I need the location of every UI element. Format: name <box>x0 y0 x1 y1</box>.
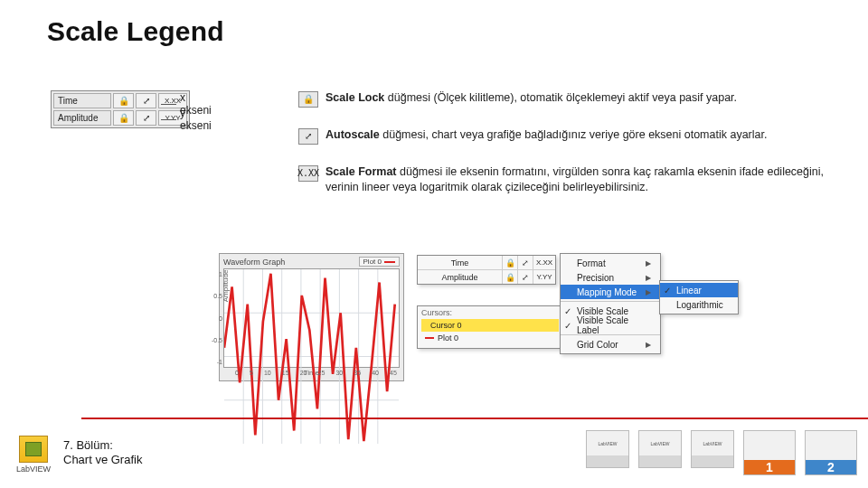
course-card-footer <box>639 455 681 467</box>
lock-icon[interactable]: 🔒 <box>503 270 518 284</box>
cursors-label: Cursors: <box>421 308 559 317</box>
lock-icon[interactable]: 🔒 <box>113 93 134 108</box>
axis-name: Amplitude <box>418 270 503 284</box>
plot-area[interactable]: Amplitude 10.50-0.5-1 051015202530354045 <box>223 268 400 368</box>
course-card-label: LabVIEW <box>692 431 733 455</box>
labview-logo: LabVIEW <box>16 436 51 474</box>
chevron-right-icon: ▶ <box>646 288 651 296</box>
cursors-panel: Cursors: Cursor 0 Plot 0 <box>417 305 563 349</box>
plot-color-swatch <box>425 337 434 339</box>
chapter-line: 7. Bölüm: <box>63 438 142 453</box>
axis-pointer-y: y ekseni <box>161 107 214 132</box>
desc-scale-lock: 🔒 Scale Lock düğmesi (Ölçek kilitleme), … <box>298 90 843 108</box>
desc-scale-format: X.XX Scale Format düğmesi ile eksenin fo… <box>298 164 843 195</box>
desc-bold: Autoscale <box>326 128 380 141</box>
desc-text: Autoscale düğmesi, chart veya grafiğe ba… <box>326 127 843 143</box>
format-button[interactable]: X.XX <box>533 256 555 269</box>
submenu-item-linear[interactable]: ✓Linear <box>660 283 738 297</box>
format-icon: X.XX <box>298 165 318 182</box>
waveform-graph: Waveform Graph Plot 0 Amplitude 10.50-0.… <box>219 253 404 381</box>
course-card-label: LabVIEW <box>639 431 681 455</box>
chevron-right-icon: ▶ <box>646 341 651 349</box>
autoscale-icon[interactable]: ⤢ <box>518 270 533 284</box>
plot-legend-label: Plot 0 <box>363 258 382 266</box>
course-card: 1 <box>743 430 796 475</box>
plot-legend[interactable]: Plot 0 <box>359 257 400 267</box>
descriptions: 🔒 Scale Lock düğmesi (Ölçek kilitleme), … <box>298 90 843 215</box>
axis-name: Time <box>418 256 503 269</box>
autoscale-icon[interactable]: ⤢ <box>136 110 156 126</box>
course-card-footer <box>692 455 733 467</box>
submenu-item-logarithmic[interactable]: Logarithmic <box>660 297 738 312</box>
chapter-label: 7. Bölüm: Chart ve Grafik <box>63 438 142 466</box>
table-row: Amplitude 🔒 ⤢ Y.YY <box>418 270 555 284</box>
desc-bold: Scale Lock <box>326 91 384 104</box>
table-row: Time 🔒 ⤢ X.XX <box>418 256 555 270</box>
chevron-right-icon: ▶ <box>646 259 651 267</box>
menu-item-precision[interactable]: Precision▶ <box>561 270 660 285</box>
course-card-top <box>806 431 856 460</box>
cursor-name: Cursor 0 <box>430 321 462 330</box>
lock-icon[interactable]: 🔒 <box>113 110 134 126</box>
plot-color-swatch <box>384 261 395 263</box>
lock-icon[interactable]: 🔒 <box>503 256 518 269</box>
course-card-top <box>744 431 795 460</box>
lock-icon: 🔒 <box>298 91 318 108</box>
desc-autoscale: ⤢ Autoscale düğmesi, chart veya grafiğe … <box>298 127 843 145</box>
autoscale-icon: ⤢ <box>298 128 318 145</box>
desc-bold: Scale Format <box>326 165 397 178</box>
course-card-number: 2 <box>806 460 856 474</box>
desc-rest: düğmesi ile eksenin formatını, virgülden… <box>326 165 824 193</box>
labview-logo-text: LabVIEW <box>16 465 51 474</box>
menu-item-visible-scale-label[interactable]: ✓Visible Scale Label <box>561 318 660 333</box>
cursor-row[interactable]: Plot 0 <box>421 332 559 344</box>
course-card: 2 <box>805 430 857 475</box>
y-ticks: 10.50-0.5-1 <box>212 271 222 365</box>
mapping-mode-submenu: ✓Linear Logarithmic <box>659 280 739 314</box>
labview-logo-icon <box>19 436 48 463</box>
desc-text: Scale Lock düğmesi (Ölçek kilitleme), ot… <box>326 90 843 106</box>
course-card: LabVIEW <box>691 430 734 468</box>
x-ticks: 051015202530354045 <box>235 370 397 376</box>
check-icon: ✓ <box>564 321 571 331</box>
chapter-line: Chart ve Grafik <box>63 453 142 467</box>
scale-legend-sample: Time 🔒 ⤢ X.XX Amplitude 🔒 ⤢ Y.YY x eksen… <box>51 90 190 128</box>
check-icon: ✓ <box>564 306 571 316</box>
check-icon: ✓ <box>664 286 671 296</box>
menu-item-grid-color[interactable]: Grid Color▶ <box>561 337 660 352</box>
course-card-footer <box>587 455 628 467</box>
slide-title: Scale Legend <box>47 16 224 47</box>
graph-title: Waveform Graph <box>223 258 285 267</box>
desc-text: Scale Format düğmesi ile eksenin formatı… <box>326 164 843 195</box>
course-card: LabVIEW <box>586 430 629 468</box>
course-card-number: 1 <box>744 460 795 474</box>
cursor-row[interactable]: Cursor 0 <box>421 319 559 332</box>
desc-rest: düğmesi, chart veya grafiğe bağladığınız… <box>380 128 768 141</box>
format-button[interactable]: Y.YY <box>533 270 555 284</box>
axis-name: Time <box>53 93 111 108</box>
scale-legend-panel: Time 🔒 ⤢ X.XX Amplitude 🔒 ⤢ Y.YY <box>417 255 556 285</box>
menu-item-format[interactable]: Format▶ <box>561 256 660 270</box>
course-cards: LabVIEW LabVIEW LabVIEW 1 2 <box>586 430 857 475</box>
course-card-label: LabVIEW <box>587 431 628 455</box>
desc-rest: düğmesi (Ölçek kilitleme), otomatik ölçe… <box>384 91 737 104</box>
axis-pointer-label: y ekseni <box>180 107 214 132</box>
chevron-right-icon: ▶ <box>646 274 651 282</box>
autoscale-icon[interactable]: ⤢ <box>136 93 156 108</box>
example-screenshot: Waveform Graph Plot 0 Amplitude 10.50-0.… <box>219 253 404 381</box>
footer-divider <box>81 418 868 419</box>
axis-name: Amplitude <box>53 110 111 126</box>
menu-item-mapping-mode[interactable]: Mapping Mode▶ <box>561 285 660 299</box>
scale-context-menu: Format▶ Precision▶ Mapping Mode▶ ✓Visibl… <box>560 253 661 354</box>
course-card: LabVIEW <box>638 430 682 468</box>
cursor-name: Plot 0 <box>438 333 458 343</box>
autoscale-icon[interactable]: ⤢ <box>518 256 533 269</box>
